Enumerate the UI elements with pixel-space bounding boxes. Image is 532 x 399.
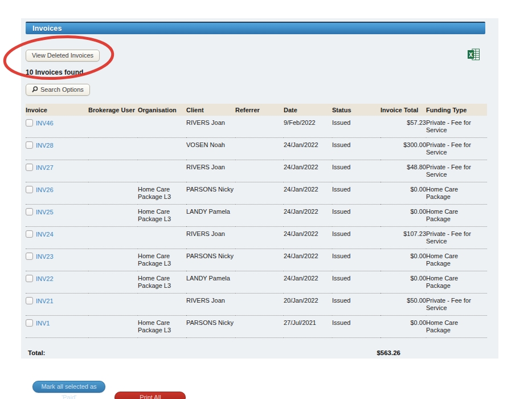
invoice-cell: INV27: [26, 160, 88, 182]
organisation-cell: [138, 138, 186, 160]
column-header-invoice-total: Invoice Total: [380, 104, 426, 116]
client-cell: PARSONS Nicky: [186, 316, 235, 338]
brokerage-user-cell: [88, 182, 138, 205]
row-checkbox[interactable]: [26, 208, 33, 215]
brokerage-user-cell: [88, 271, 138, 294]
organisation-cell: [138, 160, 186, 182]
client-cell: RIVERS Joan: [186, 227, 235, 249]
client-cell: LANDY Pamela: [186, 205, 235, 227]
client-cell: PARSONS Nicky: [186, 182, 235, 205]
brokerage-user-cell: [88, 249, 138, 271]
client-cell: RIVERS Joan: [186, 294, 235, 316]
client-cell: VOSEN Noah: [186, 138, 235, 160]
column-header-brokerage-user: Brokerage User: [88, 104, 138, 116]
brokerage-user-cell: [88, 138, 138, 160]
row-checkbox[interactable]: [26, 119, 33, 127]
date-cell: 24/Jan/2022: [284, 182, 332, 205]
table-row: INV22 Home Care Package L3 LANDY Pamela …: [26, 271, 487, 294]
status-cell: Issued: [332, 116, 380, 138]
row-checkbox[interactable]: [26, 319, 33, 327]
excel-export-icon[interactable]: X: [467, 48, 480, 61]
row-checkbox[interactable]: [26, 230, 33, 238]
row-checkbox[interactable]: [26, 141, 33, 149]
row-checkbox[interactable]: [26, 253, 33, 260]
invoice-cell: INV24: [26, 227, 88, 249]
organisation-cell: Home Care Package L3: [138, 249, 186, 271]
invoices-table-body: INV46 RIVERS Joan 9/Feb/2022 Issued $57.…: [26, 116, 487, 338]
row-checkbox[interactable]: [26, 275, 33, 282]
invoice-link[interactable]: INV1: [36, 320, 50, 327]
referrer-cell: [235, 294, 284, 316]
funding-type-cell: Private - Fee for Service: [426, 116, 487, 138]
invoice-total-cell: $300.00: [380, 138, 426, 160]
search-options-label: Search Options: [40, 86, 84, 93]
brokerage-user-cell: [88, 316, 138, 338]
date-cell: 27/Jul/2021: [284, 316, 332, 338]
funding-type-cell: Home Care Package: [426, 205, 487, 227]
invoice-total-cell: $0.00: [380, 271, 426, 294]
invoice-link[interactable]: INV21: [36, 298, 54, 304]
table-row: INV24 RIVERS Joan 24/Jan/2022 Issued $10…: [26, 227, 487, 249]
referrer-cell: [235, 116, 284, 138]
brokerage-user-cell: [88, 160, 138, 182]
referrer-cell: [235, 316, 284, 338]
footer-actions: Mark all selected as 'Paid' Print All: [32, 381, 485, 393]
svg-text:X: X: [469, 52, 473, 58]
invoice-link[interactable]: INV22: [36, 275, 54, 282]
total-label: Total:: [28, 349, 45, 356]
column-header-referrer: Referrer: [235, 104, 284, 116]
invoice-link[interactable]: INV46: [36, 120, 54, 127]
search-options-button[interactable]: Search Options: [26, 84, 90, 96]
row-checkbox[interactable]: [26, 164, 33, 171]
referrer-cell: [235, 138, 284, 160]
status-cell: Issued: [332, 227, 380, 249]
date-cell: 9/Feb/2022: [284, 116, 332, 138]
invoice-link[interactable]: INV27: [36, 164, 54, 171]
row-checkbox[interactable]: [26, 186, 33, 193]
status-cell: Issued: [332, 249, 380, 271]
invoice-link[interactable]: INV28: [36, 142, 54, 149]
invoices-panel: Invoices View Deleted Invoices X 10 Invo…: [21, 18, 498, 359]
invoice-total-cell: $48.80: [380, 160, 426, 182]
column-header-status: Status: [332, 104, 380, 116]
mark-paid-button[interactable]: Mark all selected as 'Paid': [32, 381, 105, 393]
organisation-cell: Home Care Package L3: [138, 205, 186, 227]
referrer-cell: [235, 182, 284, 205]
invoice-link[interactable]: INV25: [36, 209, 54, 215]
search-row: Search Options: [26, 84, 485, 95]
client-cell: PARSONS Nicky: [186, 249, 235, 271]
invoice-link[interactable]: INV24: [36, 231, 54, 238]
organisation-cell: Home Care Package L3: [138, 182, 186, 205]
date-cell: 20/Jan/2022: [284, 294, 332, 316]
brokerage-user-cell: [88, 205, 138, 227]
invoice-total-cell: $57.23: [380, 116, 426, 138]
invoice-total-cell: $107.23: [380, 227, 426, 249]
column-header-funding-type: Funding Type: [426, 104, 487, 116]
organisation-cell: Home Care Package L3: [138, 271, 186, 294]
view-deleted-invoices-button[interactable]: View Deleted Invoices: [26, 50, 100, 62]
status-cell: Issued: [332, 138, 380, 160]
invoice-link[interactable]: INV26: [36, 186, 54, 193]
total-value: $563.26: [377, 349, 400, 356]
organisation-cell: [138, 294, 186, 316]
date-cell: 24/Jan/2022: [284, 271, 332, 294]
invoices-page: { "page": { "title": "Invoices", "result…: [0, 0, 532, 399]
invoice-cell: INV22: [26, 271, 88, 294]
date-cell: 24/Jan/2022: [284, 160, 332, 182]
invoice-cell: INV1: [26, 316, 88, 338]
invoice-cell: INV46: [26, 116, 88, 138]
organisation-cell: Home Care Package L3: [138, 316, 186, 338]
print-all-button[interactable]: Print All: [114, 392, 186, 399]
table-row: INV27 RIVERS Joan 24/Jan/2022 Issued $48…: [26, 160, 487, 182]
referrer-cell: [235, 160, 284, 182]
client-cell: RIVERS Joan: [186, 116, 235, 138]
funding-type-cell: Private - Fee for Service: [426, 227, 487, 249]
row-checkbox[interactable]: [26, 297, 33, 304]
column-header-client: Client: [186, 104, 235, 116]
invoices-table: Invoice Brokerage User Organisation Clie…: [26, 104, 487, 338]
funding-type-cell: Private - Fee for Service: [426, 160, 487, 182]
invoice-total-cell: $0.00: [380, 205, 426, 227]
invoice-link[interactable]: INV23: [36, 253, 54, 260]
invoice-total-cell: $0.00: [380, 249, 426, 271]
invoice-cell: INV25: [26, 205, 88, 227]
